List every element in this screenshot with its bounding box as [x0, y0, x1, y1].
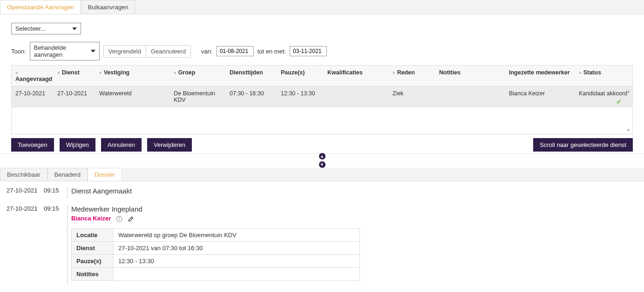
col-pauzes[interactable]: Pauze(s) [277, 66, 324, 86]
cell-medewerker: Bianca Keizer [505, 86, 575, 107]
date-from-input[interactable] [217, 46, 254, 56]
detail-value-dienst: 27-10-2021 van 07:30 tot 16:30 [114, 241, 360, 254]
van-label: van: [201, 48, 213, 55]
annuleren-button[interactable]: Annuleren [101, 138, 142, 152]
col-label: Groep [178, 69, 196, 76]
edit-icon[interactable] [128, 215, 135, 223]
tab-openstaande-aanvragen[interactable]: Openstaande Aanvragen [0, 0, 81, 14]
timeline-separator [67, 205, 68, 285]
chevron-down-icon [72, 27, 77, 30]
cell-vestiging: Waterwereld [95, 86, 170, 107]
dossier-panel: 27-10-2021 09:15 Dienst Aangemaakt 27-10… [0, 181, 644, 292]
cell-groep: De Bloementuin KDV [170, 86, 226, 107]
dossier-event: 27-10-2021 09:15 Dienst Aangemaakt [7, 187, 637, 199]
svg-point-2 [119, 217, 119, 218]
scroll-to-selected-button[interactable]: Scroll naar geselecteerde dienst [533, 138, 633, 152]
col-label: Ingezette medewerker [509, 69, 570, 76]
scroll-up-arrow[interactable]: ▴ [625, 87, 631, 94]
col-label: Notities [439, 69, 461, 76]
detail-label-pauzes: Pauze(s) [72, 254, 114, 267]
requests-table: ♦Aangevraagd ♦Dienst ♦Vestiging ♦Groep D… [11, 65, 633, 134]
wijzigen-button[interactable]: Wijzigen [60, 138, 95, 152]
col-label: Aangevraagd [15, 76, 52, 82]
collapse-up-button[interactable]: ▲ [319, 153, 325, 159]
check-icon: ✔ [616, 98, 622, 106]
col-dienst[interactable]: ♦Dienst [54, 66, 95, 86]
col-medewerker[interactable]: Ingezette medewerker [505, 66, 575, 86]
col-diensttijden[interactable]: Diensttijden [226, 66, 277, 86]
tot-label: tot en met: [258, 48, 286, 55]
scroll-down-arrow[interactable]: ▾ [625, 126, 631, 133]
cell-aangevraagd: 27-10-2021 [12, 86, 54, 107]
cell-dienst: 27-10-2021 [54, 86, 95, 107]
table-row[interactable]: 27-10-2021 27-10-2021 Waterwereld De Blo… [12, 86, 632, 107]
chip-vergrendeld[interactable]: Vergrendeld [104, 46, 146, 57]
cell-diensttijden: 07:30 - 16:30 [226, 86, 277, 107]
detail-label-dienst: Dienst [72, 241, 114, 254]
event-title: Dienst Aangemaakt [71, 187, 637, 195]
col-reden[interactable]: ♦Reden [389, 66, 435, 86]
col-label: Dienst [62, 69, 80, 76]
cell-status: Kandidaat akkoord [575, 86, 632, 107]
select-toon-value: Behandelde aanvragen [34, 44, 87, 58]
col-label: Vestiging [104, 69, 130, 76]
detail-label-notities: Notities [72, 267, 114, 280]
event-date: 27-10-2021 [7, 187, 44, 194]
verwijderen-button[interactable]: Verwijderen [147, 138, 192, 152]
event-time: 09:15 [44, 205, 66, 212]
chevron-down-icon [91, 50, 95, 53]
sort-icon: ♦ [174, 70, 176, 75]
sort-icon: ♦ [57, 70, 60, 75]
chip-geannuleerd[interactable]: Geannuleerd [146, 46, 190, 57]
status-chip-group: Vergrendeld Geannuleerd [103, 45, 191, 58]
event-title: Medewerker Ingepland [71, 205, 637, 213]
col-vestiging[interactable]: ♦Vestiging [95, 66, 170, 86]
main-tabs: Openstaande Aanvragen Bulkaanvragen [0, 0, 644, 14]
date-to-input[interactable] [290, 46, 327, 56]
action-bar: Toevoegen Wijzigen Annuleren Verwijderen… [0, 134, 644, 154]
select-action-dropdown[interactable]: Selecteer... [11, 23, 81, 34]
collapse-down-button[interactable]: ▼ [319, 161, 325, 168]
col-label: Status [583, 69, 601, 76]
info-icon[interactable] [115, 215, 123, 223]
dossier-event: 27-10-2021 09:15 Medewerker Ingepland Bi… [7, 205, 637, 285]
col-label: Kwalificaties [327, 69, 363, 76]
employee-link[interactable]: Bianca Keizer [71, 215, 111, 222]
sort-icon: ♦ [15, 70, 18, 75]
cell-reden: Ziek [389, 86, 435, 107]
event-date: 27-10-2021 [7, 205, 44, 212]
event-time: 09:15 [44, 187, 66, 194]
cell-pauzes: 12:30 - 13:30 [277, 86, 324, 107]
timeline-separator [67, 187, 68, 199]
col-label: Diensttijden [230, 69, 263, 76]
col-status[interactable]: ♦Status [575, 66, 632, 86]
detail-tabs: Beschikbaar Benaderd Dossier [0, 168, 644, 181]
toon-label: Toon: [11, 48, 26, 55]
col-kwalificaties[interactable]: Kwalificaties [324, 66, 389, 86]
splitter-buttons: ▲ ▼ [319, 153, 325, 168]
table-empty-area: ▾ [12, 107, 632, 134]
col-notities[interactable]: Notities [435, 66, 505, 86]
toevoegen-button[interactable]: Toevoegen [11, 138, 54, 152]
col-aangevraagd[interactable]: ♦Aangevraagd [12, 66, 54, 86]
sort-icon: ♦ [99, 70, 102, 75]
detail-value-notities [114, 267, 360, 280]
sort-icon: ♦ [579, 70, 582, 75]
col-groep[interactable]: ♦Groep [170, 66, 226, 86]
select-action-placeholder: Selecteer... [15, 25, 46, 32]
tab-bulkaanvragen[interactable]: Bulkaanvragen [81, 0, 136, 14]
col-label: Reden [397, 69, 415, 76]
col-label: Pauze(s) [281, 69, 305, 76]
subtab-benaderd[interactable]: Benaderd [47, 168, 88, 181]
table-header: ♦Aangevraagd ♦Dienst ♦Vestiging ♦Groep D… [12, 65, 632, 86]
detail-label-locatie: Locatie [72, 228, 114, 241]
sort-icon: ♦ [393, 70, 395, 75]
detail-value-locatie: Waterwereld op groep De Bloementuin KDV [114, 228, 360, 241]
detail-value-pauzes: 12:30 - 13:30 [114, 254, 360, 267]
subtab-dossier[interactable]: Dossier [88, 168, 122, 181]
event-detail-table: Locatie Waterwereld op groep De Bloement… [71, 228, 360, 281]
cell-notities [435, 86, 505, 107]
select-toon-dropdown[interactable]: Behandelde aanvragen [30, 42, 100, 60]
cell-kwalificaties [324, 86, 389, 107]
subtab-beschikbaar[interactable]: Beschikbaar [0, 168, 47, 181]
